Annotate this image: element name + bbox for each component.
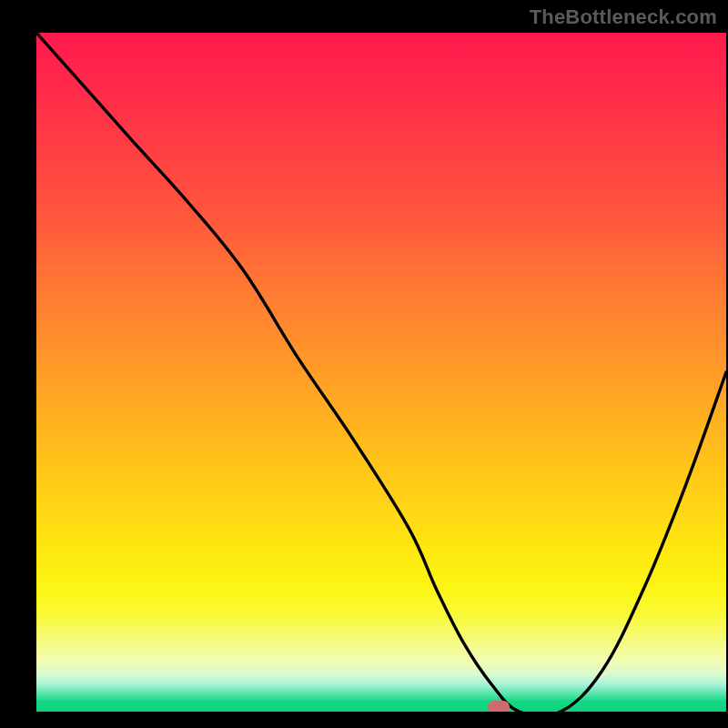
optimum-marker	[488, 701, 510, 712]
watermark-label: TheBottleneck.com	[530, 5, 717, 29]
chart-frame: TheBottleneck.com	[0, 0, 728, 728]
bottleneck-curve	[36, 33, 726, 712]
plot-area	[36, 33, 726, 712]
